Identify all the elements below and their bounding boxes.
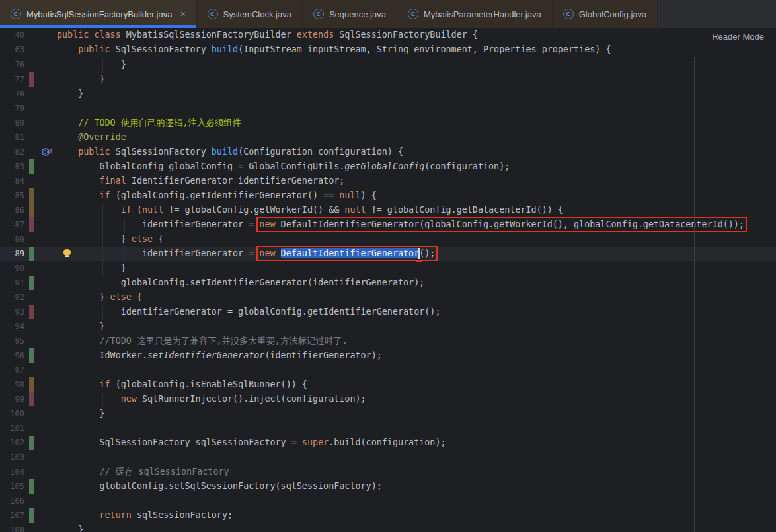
line-number: 91 (0, 276, 29, 290)
intention-bulb-icon[interactable] (63, 249, 71, 256)
code-line-102[interactable]: 102 SqlSessionFactory sqlSessionFactory … (0, 436, 776, 450)
code-line-95[interactable]: 95 //TODO 这里只是为了兼容下,并没多大重要,方法标记过时了. (0, 334, 776, 348)
code-line-80[interactable]: 80 // TODO 使用自己的逻辑,注入必须组件 (0, 116, 776, 130)
code-line-106[interactable]: 106 (0, 494, 776, 508)
change-marker-green (29, 348, 34, 363)
code-line-94[interactable]: 94 } (0, 319, 776, 334)
code-line-101[interactable]: 101 (0, 421, 776, 436)
gutter-icon-slot (34, 406, 57, 421)
code-line-85[interactable]: 85 if (globalConfig.getIdentifierGenerat… (0, 188, 776, 203)
gutter-icon-slot (34, 116, 57, 130)
sticky-lines-panel: 40public class MybatisSqlSessionFactoryB… (0, 28, 776, 57)
code-line-76[interactable]: 76 } (0, 57, 776, 72)
code-line-97[interactable]: 97 (0, 363, 776, 377)
tab-Sequence.java[interactable]: CSequence.java (303, 0, 397, 28)
line-number: 101 (0, 421, 29, 436)
code-text: identifierGenerator = globalConfig.getId… (57, 305, 776, 319)
code-text: globalConfig.setIdentifierGenerator(iden… (57, 276, 776, 290)
code-text: } (57, 87, 776, 101)
code-line-81[interactable]: 81 @Override (0, 130, 776, 145)
code-text: } (57, 261, 776, 276)
code-line-105[interactable]: 105 globalConfig.setSqlSessionFactory(sq… (0, 479, 776, 494)
code-line-88[interactable]: 88 } else { (0, 232, 776, 247)
change-marker-green (29, 276, 34, 290)
code-text (57, 450, 776, 465)
gutter-icon-slot (34, 494, 57, 508)
code-text: identifierGenerator = new DefaultIdentif… (57, 247, 776, 261)
line-number: 88 (0, 232, 29, 247)
tab-MybatisSqlSessionFactoryBuilder.java[interactable]: CMybatisSqlSessionFactoryBuilder.java× (0, 0, 197, 28)
gutter-icon-slot (34, 247, 57, 261)
gutter-icon-slot (34, 319, 57, 334)
line-number: 80 (0, 116, 29, 130)
code-line-78[interactable]: 78 } (0, 87, 776, 101)
gutter-icon-slot (34, 159, 57, 174)
code-text: if (globalConfig.getIdentifierGenerator(… (57, 188, 776, 203)
code-text: return sqlSessionFactory; (57, 508, 776, 523)
line-number: 92 (0, 290, 29, 305)
code-line-96[interactable]: 96 IdWorker.setIdentifierGenerator(ident… (0, 348, 776, 363)
change-marker-olive (29, 203, 34, 217)
code-line-84[interactable]: 84 final IdentifierGenerator identifierG… (0, 174, 776, 188)
tab-GlobalConfig.java[interactable]: CGlobalConfig.java (553, 0, 658, 28)
line-number: 85 (0, 188, 29, 203)
change-marker-olive (29, 377, 34, 392)
code-line-40[interactable]: 40public class MybatisSqlSessionFactoryB… (0, 28, 776, 42)
line-number: 77 (0, 72, 29, 87)
tab-SystemClock.java[interactable]: CSystemClock.java (197, 0, 303, 28)
gutter-icon-slot (34, 523, 57, 532)
tab-label: MybatisParameterHandler.java (424, 9, 541, 19)
gutter-icon-slot (34, 87, 57, 101)
change-marker-none (29, 28, 34, 42)
change-marker-none (29, 130, 34, 145)
code-line-86[interactable]: 86 if (null != globalConfig.getWorkerId(… (0, 203, 776, 217)
code-text: public class MybatisSqlSessionFactoryBui… (57, 28, 776, 42)
code-text: } (57, 57, 776, 72)
code-text: public SqlSessionFactory build(Configura… (57, 145, 776, 159)
code-line-108[interactable]: 108 } (0, 523, 776, 532)
gutter-icon-slot (34, 479, 57, 494)
line-number: 86 (0, 203, 29, 217)
line-number: 79 (0, 101, 29, 116)
code-line-104[interactable]: 104 // 缓存 sqlSessionFactory (0, 465, 776, 479)
code-line-91[interactable]: 91 globalConfig.setIdentifierGenerator(i… (0, 276, 776, 290)
code-line-89[interactable]: 89 identifierGenerator = new DefaultIden… (0, 247, 776, 261)
code-line-77[interactable]: 77 } (0, 72, 776, 87)
gutter-icon-slot (34, 72, 57, 87)
code-line-79[interactable]: 79 (0, 101, 776, 116)
code-line-98[interactable]: 98 if (globalConfig.isEnableSqlRunner())… (0, 377, 776, 392)
code-text: } else { (57, 290, 776, 305)
code-line-93[interactable]: 93 identifierGenerator = globalConfig.ge… (0, 305, 776, 319)
tab-label: GlobalConfig.java (579, 9, 647, 19)
code-line-103[interactable]: 103 (0, 450, 776, 465)
gutter-icon-slot (34, 305, 57, 319)
line-number: 105 (0, 479, 29, 494)
line-number: 97 (0, 363, 29, 377)
change-marker-olive (29, 188, 34, 203)
code-line-99[interactable]: 99 new SqlRunnerInjector().inject(config… (0, 392, 776, 406)
code-line-82[interactable]: 82 public SqlSessionFactory build(Config… (0, 145, 776, 159)
change-marker-none (29, 101, 34, 116)
code-line-90[interactable]: 90 } (0, 261, 776, 276)
close-icon[interactable]: × (180, 9, 185, 19)
overriding-method-icon[interactable] (42, 148, 50, 156)
code-text: // TODO 使用自己的逻辑,注入必须组件 (57, 116, 776, 130)
code-line-100[interactable]: 100 } (0, 406, 776, 421)
line-number: 78 (0, 87, 29, 101)
code-line-92[interactable]: 92 } else { (0, 290, 776, 305)
line-number: 106 (0, 494, 29, 508)
line-number: 63 (0, 42, 29, 57)
code-line-83[interactable]: 83 GlobalConfig globalConfig = GlobalCon… (0, 159, 776, 174)
line-number: 95 (0, 334, 29, 348)
tab-MybatisParameterHandler.java[interactable]: CMybatisParameterHandler.java (397, 0, 553, 28)
gutter-icon-slot (34, 188, 57, 203)
code-text: //TODO 这里只是为了兼容下,并没多大重要,方法标记过时了. (57, 334, 776, 348)
code-line-63[interactable]: 63 public SqlSessionFactory build(InputS… (0, 42, 776, 57)
gutter-icon-slot (34, 508, 57, 523)
change-marker-none (29, 57, 34, 72)
code-line-87[interactable]: 87 identifierGenerator = new DefaultIden… (0, 217, 776, 232)
code-line-107[interactable]: 107 return sqlSessionFactory; (0, 508, 776, 523)
change-marker-red (29, 72, 34, 87)
code-editor[interactable]: 76 }77 }78 }7980 // TODO 使用自己的逻辑,注入必须组件8… (0, 57, 776, 532)
reader-mode-toggle[interactable]: Reader Mode (712, 32, 764, 42)
